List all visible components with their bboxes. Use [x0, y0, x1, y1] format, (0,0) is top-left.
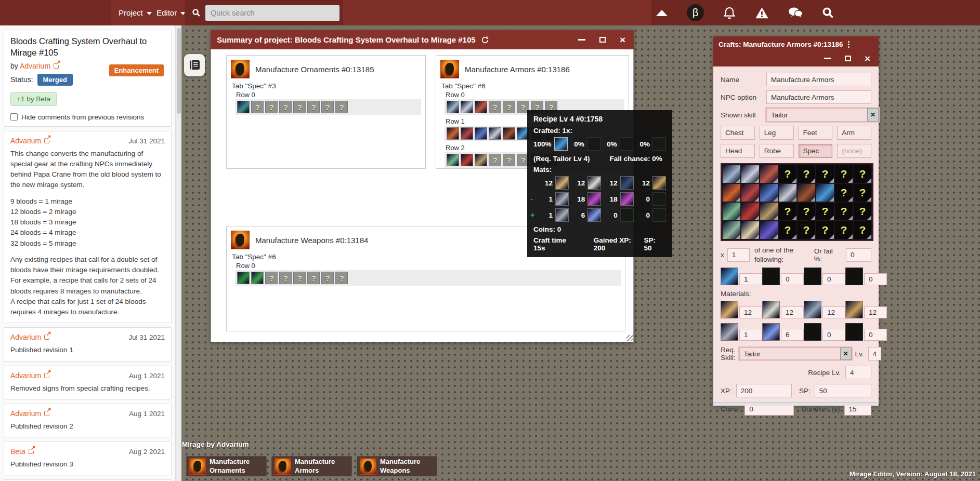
count-input[interactable]	[864, 329, 887, 341]
beta-icon[interactable]: β	[687, 4, 704, 21]
unknown-slot[interactable]: ?	[816, 165, 834, 183]
quick-search-input[interactable]	[205, 5, 339, 21]
material-item-icon[interactable]	[845, 301, 863, 318]
count-input[interactable]	[864, 306, 887, 318]
empty-slot-icon[interactable]	[762, 268, 780, 285]
empty-slot-icon[interactable]	[845, 268, 863, 285]
minimize-icon[interactable]	[578, 39, 585, 41]
item-slot[interactable]	[798, 184, 815, 202]
count-input[interactable]	[781, 273, 804, 285]
count-input[interactable]	[822, 329, 845, 341]
comment-author-link[interactable]: Advarium↗	[10, 137, 49, 145]
unknown-slot[interactable]: ?	[835, 203, 853, 220]
unknown-slot[interactable]: ?	[321, 272, 334, 284]
unknown-slot[interactable]: ?	[293, 272, 306, 284]
warning-icon[interactable]	[755, 7, 769, 19]
empty-slot-icon[interactable]	[804, 323, 821, 341]
comment-author-link[interactable]: Advarium↗	[10, 409, 49, 418]
item-slot[interactable]	[461, 154, 473, 166]
unknown-slot[interactable]: ?	[779, 165, 796, 183]
shown-skill-input[interactable]	[766, 108, 867, 122]
checkbox-icon[interactable]	[10, 113, 18, 121]
item-slot[interactable]	[741, 221, 759, 239]
material-item-icon[interactable]	[762, 323, 780, 341]
item-slot[interactable]	[723, 165, 740, 183]
xp-input[interactable]	[736, 384, 792, 397]
unknown-slot[interactable]: ?	[321, 101, 334, 113]
lv-input[interactable]	[868, 347, 881, 360]
collapse-up-icon[interactable]	[656, 10, 668, 16]
bell-icon[interactable]	[723, 6, 736, 20]
chat-icon[interactable]	[788, 7, 803, 19]
item-slot[interactable]	[475, 101, 487, 113]
item-slot[interactable]	[503, 127, 515, 140]
item-slot[interactable]	[447, 127, 459, 140]
count-input[interactable]	[781, 306, 804, 318]
scrollbar-thumb[interactable]	[177, 28, 181, 114]
empty-slot-icon[interactable]	[845, 323, 863, 341]
npc-option-input[interactable]	[766, 90, 871, 104]
editor-menu[interactable]: Editor	[156, 0, 186, 25]
item-slot[interactable]	[723, 184, 740, 202]
maximize-icon[interactable]	[845, 56, 851, 61]
unknown-slot[interactable]: ?	[279, 101, 292, 113]
unknown-slot[interactable]: ?	[854, 203, 871, 220]
unknown-slot[interactable]: ?	[265, 272, 278, 284]
tab-robe[interactable]: Robe	[760, 144, 794, 158]
unknown-slot[interactable]: ?	[854, 165, 871, 183]
tab-head[interactable]: Head	[721, 144, 755, 158]
item-slot[interactable]	[779, 184, 796, 202]
unknown-slot[interactable]: ?	[798, 165, 815, 183]
close-icon[interactable]: ×	[620, 35, 625, 45]
material-item-icon[interactable]	[762, 301, 780, 318]
count-input[interactable]	[739, 329, 762, 341]
journal-tab[interactable]	[184, 54, 205, 76]
comment-author-link[interactable]: Advarium↗	[10, 333, 49, 341]
unknown-slot[interactable]: ?	[503, 101, 515, 113]
project-menu[interactable]: Project	[119, 0, 152, 25]
item-slot[interactable]	[816, 184, 834, 202]
unknown-slot[interactable]: ?	[489, 154, 501, 166]
unknown-slot[interactable]: ?	[798, 203, 815, 220]
summary-window-titlebar[interactable]: Summary of project: Bloods Crafting Syst…	[211, 30, 634, 49]
item-slot[interactable]	[237, 272, 250, 284]
unknown-slot[interactable]: ?	[335, 101, 348, 113]
comment-author-link[interactable]: Advarium↗	[10, 371, 49, 380]
unknown-slot[interactable]: ?	[779, 203, 796, 220]
item-slot[interactable]	[723, 203, 740, 220]
unknown-slot[interactable]: ?	[816, 203, 834, 220]
count-input[interactable]	[822, 306, 845, 318]
unknown-slot[interactable]: ?	[816, 221, 834, 239]
unknown-slot[interactable]: ?	[835, 184, 853, 202]
item-slot[interactable]	[723, 221, 740, 239]
hide-comments-toggle[interactable]: Hide comments from previous revisions	[10, 113, 165, 121]
recipe-lv-input[interactable]	[845, 366, 871, 379]
unknown-slot[interactable]: ?	[307, 101, 320, 113]
material-item-icon[interactable]	[721, 268, 738, 285]
count-input[interactable]	[739, 273, 762, 285]
name-input[interactable]	[766, 73, 871, 86]
item-slot[interactable]	[461, 127, 473, 140]
tab-feet[interactable]: Feet	[799, 126, 833, 140]
unknown-slot[interactable]: ?	[251, 101, 264, 113]
count-input[interactable]	[822, 273, 845, 285]
item-slot[interactable]	[251, 272, 264, 284]
minimize-icon[interactable]	[824, 58, 831, 59]
unknown-slot[interactable]: ?	[835, 165, 853, 183]
unknown-slot[interactable]: ?	[854, 184, 871, 202]
search-icon[interactable]	[822, 7, 834, 19]
item-slot[interactable]	[741, 203, 759, 220]
close-icon[interactable]: ×	[865, 54, 870, 63]
taskbar-item-manufacture-ornaments[interactable]: Manufacture Ornaments	[186, 456, 267, 476]
empty-slot-icon[interactable]	[804, 268, 821, 285]
unknown-slot[interactable]: ?	[798, 221, 815, 239]
comment-author-link[interactable]: Beta↗	[10, 447, 34, 456]
unknown-slot[interactable]: ?	[503, 154, 515, 166]
item-slot[interactable]	[760, 221, 778, 239]
unknown-slot[interactable]: ?	[335, 272, 348, 284]
count-input[interactable]	[864, 273, 887, 285]
sidebar-scrollbar[interactable]	[175, 25, 181, 481]
window-resize-handle[interactable]	[626, 335, 633, 341]
maximize-icon[interactable]	[599, 37, 606, 43]
kebab-menu-icon[interactable]	[848, 41, 850, 48]
